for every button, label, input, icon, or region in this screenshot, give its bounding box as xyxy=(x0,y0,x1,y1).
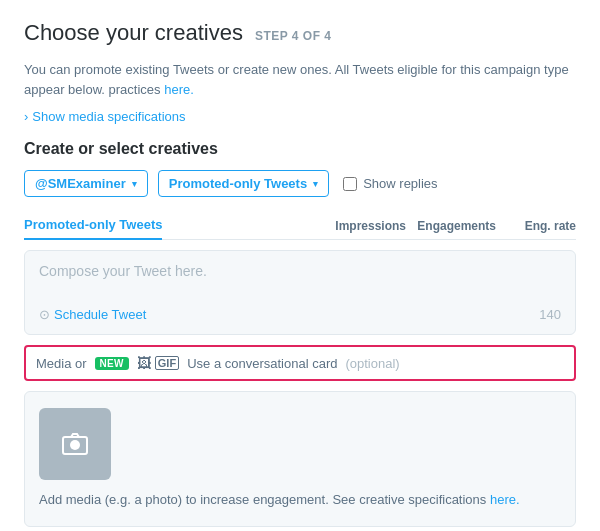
optional-label: (optional) xyxy=(345,356,399,371)
show-replies-checkbox[interactable] xyxy=(343,177,357,191)
clock-icon: ⊙ xyxy=(39,307,50,322)
show-media-specifications-link[interactable]: › Show media specifications xyxy=(24,109,576,124)
new-badge: NEW xyxy=(95,357,129,370)
intro-text: You can promote existing Tweets or creat… xyxy=(24,60,576,99)
schedule-tweet-label: Schedule Tweet xyxy=(54,307,146,322)
section-title: Create or select creatives xyxy=(24,140,576,158)
media-card-section: Media or NEW 🖼 GIF Use a conversational … xyxy=(24,345,576,381)
promoted-tab[interactable]: Promoted-only Tweets xyxy=(24,211,162,240)
here-link[interactable]: here. xyxy=(164,82,194,97)
filter-dropdown[interactable]: Promoted-only Tweets ▾ xyxy=(158,170,329,197)
show-replies-label: Show replies xyxy=(363,176,437,191)
controls-row: @SMExaminer ▾ Promoted-only Tweets ▾ Sho… xyxy=(24,170,576,197)
column-headers: Impressions Engagements Eng. rate xyxy=(316,219,576,239)
chevron-right-icon: › xyxy=(24,109,28,124)
account-label: @SMExaminer xyxy=(35,176,126,191)
filter-label: Promoted-only Tweets xyxy=(169,176,307,191)
camera-icon xyxy=(61,432,89,456)
filter-chevron-icon: ▾ xyxy=(313,179,318,189)
media-upload-area: Add media (e.g. a photo) to increase eng… xyxy=(24,391,576,527)
tweet-compose-area: Compose your Tweet here. ⊙ Schedule Twee… xyxy=(24,250,576,335)
step-indicator: STEP 4 OF 4 xyxy=(255,29,332,43)
media-icons: 🖼 GIF xyxy=(137,355,179,371)
impressions-header: Impressions xyxy=(316,219,406,233)
conversational-card-text[interactable]: Use a conversational card xyxy=(187,356,337,371)
media-label: Media or xyxy=(36,356,87,371)
engrate-header: Eng. rate xyxy=(496,219,576,233)
page-title: Choose your creatives xyxy=(24,20,243,46)
account-chevron-icon: ▾ xyxy=(132,179,137,189)
schedule-tweet-link[interactable]: ⊙ Schedule Tweet xyxy=(39,307,146,322)
show-media-label: Show media specifications xyxy=(32,109,185,124)
media-thumbnail-placeholder[interactable] xyxy=(39,408,111,480)
page-header: Choose your creatives STEP 4 OF 4 xyxy=(24,20,576,46)
engagements-header: Engagements xyxy=(406,219,496,233)
show-replies-row: Show replies xyxy=(343,176,437,191)
char-count: 140 xyxy=(539,307,561,322)
svg-point-0 xyxy=(70,440,80,450)
media-upload-description: Add media (e.g. a photo) to increase eng… xyxy=(39,490,561,510)
creative-specs-link[interactable]: here. xyxy=(490,492,520,507)
account-dropdown[interactable]: @SMExaminer ▾ xyxy=(24,170,148,197)
image-icon: 🖼 xyxy=(137,355,151,371)
gif-icon: GIF xyxy=(155,356,179,370)
compose-footer: ⊙ Schedule Tweet 140 xyxy=(39,307,561,322)
compose-placeholder[interactable]: Compose your Tweet here. xyxy=(39,263,561,279)
table-header: Promoted-only Tweets Impressions Engagem… xyxy=(24,211,576,240)
